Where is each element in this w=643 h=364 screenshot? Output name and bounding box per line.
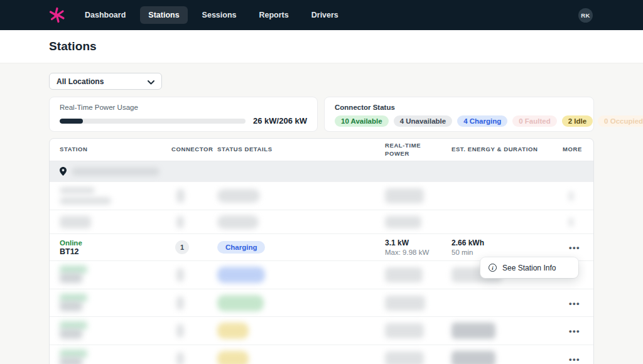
top-nav: Dashboard Stations Sessions Reports Driv… [0,0,643,30]
redacted-connector [176,296,184,310]
redacted-status-badge [217,351,249,364]
redacted-more [569,218,573,227]
status-detail-chip: Charging [217,241,265,254]
see-station-info-item[interactable]: See Station Info [502,264,556,272]
info-icon: i [489,264,497,272]
connector-count: 1 [175,240,189,254]
max-power-value: Max: 9.98 kW [385,249,451,256]
col-energy-duration: Est. Energy & Duration [451,146,563,154]
redacted-station-status [60,187,95,194]
location-pin-icon [60,167,67,176]
more-button[interactable]: ••• [565,356,584,363]
page-title: Stations [49,40,97,53]
table-row-bt12[interactable]: Online BT12 1 Charging 3.1 kW Max: 9.98 … [50,233,593,260]
redacted-energy [451,323,495,339]
badge-available: 10 Available [335,115,389,127]
nav-item-drivers[interactable]: Drivers [303,6,347,24]
realtime-power-value: 3.1 kW [385,238,451,247]
main-nav: Dashboard Stations Sessions Reports Driv… [77,6,347,24]
location-filter-dropdown[interactable]: All Locations [49,73,162,90]
nav-item-sessions[interactable]: Sessions [194,6,245,24]
table-row-redacted [50,210,593,233]
more-button[interactable]: ••• [565,300,584,308]
redacted-connector [176,189,185,203]
redacted-power [385,323,424,338]
redacted-power [385,216,421,228]
connector-status-card: Connector Status 10 Available 4 Unavaila… [324,97,594,132]
redacted-station [60,350,89,364]
badge-idle: 2 Idle [562,115,593,127]
duration-value: 50 min [451,249,563,256]
more-button[interactable]: ••• [565,328,584,335]
redacted-status-badge [217,323,249,339]
redacted-connector [176,324,184,338]
filter-row: All Locations [0,63,643,90]
power-progress-fill [60,119,83,124]
badge-occupied: 0 Occupied [598,115,643,127]
redacted-station [60,321,89,340]
redacted-connector [176,352,184,364]
table-row-redacted: ••• [50,345,593,364]
nav-item-dashboard[interactable]: Dashboard [77,6,134,24]
station-context-menu: i See Station Info [480,257,578,278]
redacted-location-name [72,168,159,176]
station-id: BT12 [60,247,171,256]
col-more: More [563,146,583,154]
nav-item-reports[interactable]: Reports [251,6,297,24]
summary-cards: Real-Time Power Usage 26 kW/206 kW Conne… [0,90,643,132]
redacted-power [385,267,423,282]
redacted-station-id [60,197,111,205]
power-usage-card: Real-Time Power Usage 26 kW/206 kW [49,97,318,132]
col-status-details: Status Details [217,146,385,154]
badge-faulted: 0 Faulted [512,115,556,127]
table-header-row: Station Connector Status Details Real-Ti… [50,139,593,161]
table-row-redacted [50,181,593,210]
power-progress-track [60,119,246,124]
power-usage-label: Real-Time Power Usage [60,104,307,111]
redacted-status-badge [217,267,265,283]
stations-table: Station Connector Status Details Real-Ti… [49,138,594,364]
redacted-status-badge [217,215,259,229]
redacted-station [60,265,89,284]
redacted-status-badge [217,189,260,203]
col-station: Station [60,146,171,154]
page-header: Stations [0,30,643,63]
connector-status-label: Connector Status [335,104,583,111]
more-button[interactable]: ••• [565,244,584,252]
redacted-power [385,296,425,311]
location-group-row[interactable] [50,161,593,181]
col-connector: Connector [171,146,217,154]
user-avatar[interactable]: RK [578,8,593,23]
brand-logo-icon[interactable] [49,7,65,23]
energy-value: 2.66 kWh [451,238,563,247]
redacted-more [569,191,573,201]
station-status: Online [60,239,171,247]
redacted-station-id [60,216,91,228]
redacted-connector [176,268,184,282]
badge-charging: 4 Charging [457,115,507,127]
redacted-connector [176,216,184,228]
chevron-down-icon [148,76,154,87]
power-usage-value: 26 kW/206 kW [253,116,307,126]
connector-status-badges: 10 Available 4 Unavailable 4 Charging 0 … [335,115,583,127]
redacted-power [385,188,424,203]
table-row-redacted: ••• [50,316,593,345]
col-realtime-power: Real-Time Power [385,142,425,158]
location-filter-value: All Locations [57,77,104,86]
redacted-status-badge [217,295,264,311]
badge-unavailable: 4 Unavailable [394,115,453,127]
redacted-energy [451,351,495,364]
redacted-station [60,294,89,313]
redacted-power [385,351,424,364]
table-row-redacted: ••• [50,289,593,316]
nav-item-stations[interactable]: Stations [140,6,187,24]
